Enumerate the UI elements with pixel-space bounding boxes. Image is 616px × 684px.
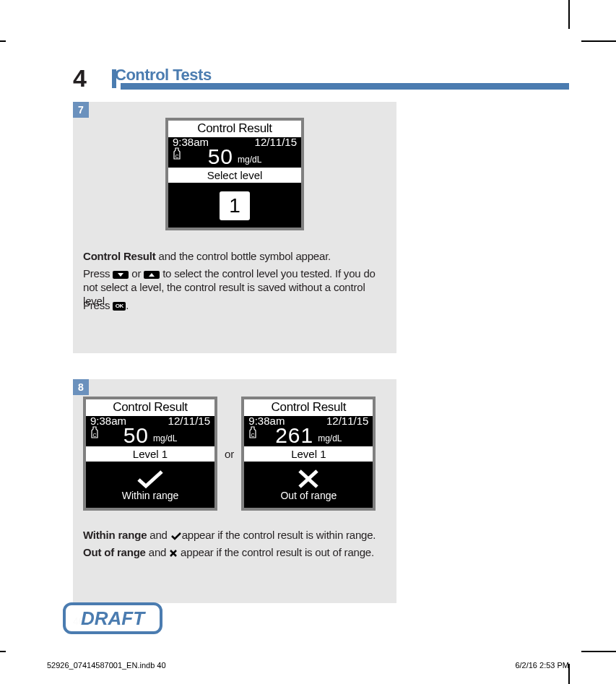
page-title: Control Tests — [115, 66, 569, 85]
screen-reading-value: 50 — [123, 425, 149, 446]
step-card-7: 7 Control Result 9:38am 12/11/15 C 50 mg… — [73, 102, 396, 353]
device-screen-within-range: Control Result 9:38am 12/11/15 C 50 mg/d… — [83, 397, 217, 511]
device-screen-select-level: Control Result 9:38am 12/11/15 C 50 mg/d… — [165, 118, 304, 230]
screen-title: Control Result — [86, 399, 214, 416]
screen-level-selector: 1 — [218, 190, 251, 222]
svg-text:C: C — [175, 154, 178, 159]
draft-stamp: DRAFT — [63, 602, 162, 634]
print-footer: 52926_07414587001_EN.indb 40 6/2/16 2:53… — [47, 661, 569, 670]
step7-line3: Press OK. — [83, 298, 386, 312]
screen-range-text: Out of range — [280, 490, 337, 501]
svg-text:C: C — [251, 433, 255, 438]
screen-subtitle: Select level — [168, 168, 301, 183]
control-bottle-icon: C — [90, 426, 99, 439]
chapter-number: 4 — [73, 64, 87, 92]
checkmark-icon — [134, 468, 166, 490]
page: 4 Control Tests 7 Control Result 9:38am … — [47, 40, 569, 651]
step7-line1: Control Result and the control bottle sy… — [83, 249, 386, 263]
step8-line2: Out of range and appear if the control r… — [83, 545, 386, 559]
screen-range-text: Within range — [122, 490, 179, 501]
step-card-8: 8 Control Result 9:38am 12/11/15 C 50 mg… — [73, 379, 396, 603]
screen-reading-value: 50 — [208, 146, 233, 168]
chapter-header: 4 Control Tests — [73, 66, 569, 95]
control-bottle-icon: C — [173, 147, 181, 160]
screen-title: Control Result — [244, 399, 373, 416]
step-number-badge: 7 — [73, 102, 89, 118]
ok-button-icon: OK — [113, 302, 126, 311]
control-bottle-icon: C — [248, 426, 257, 439]
header-bar-long — [121, 83, 569, 90]
screen-reading-unit: mg/dL — [153, 433, 177, 443]
svg-text:C: C — [92, 433, 96, 438]
footer-timestamp: 6/2/16 2:53 PM — [515, 661, 569, 670]
x-mark-icon — [169, 549, 178, 558]
step-number-badge: 8 — [73, 379, 89, 395]
checkmark-icon — [170, 532, 182, 540]
screen-level-label: Level 1 — [86, 446, 214, 462]
screen-reading-unit: mg/dL — [238, 155, 261, 165]
step8-line1: Within range and appear if the control r… — [83, 528, 386, 542]
screen-reading-unit: mg/dL — [318, 433, 342, 443]
device-screen-out-of-range: Control Result 9:38am 12/11/15 C 261 mg/… — [241, 397, 376, 511]
screen-title: Control Result — [168, 121, 301, 137]
up-arrow-icon — [144, 271, 160, 279]
footer-filename: 52926_07414587001_EN.indb 40 — [47, 661, 166, 670]
screen-level-label: Level 1 — [244, 446, 373, 462]
down-arrow-icon — [113, 271, 129, 279]
screen-reading-value: 261 — [275, 425, 313, 446]
or-text: or — [225, 448, 234, 460]
x-mark-icon — [296, 468, 321, 490]
